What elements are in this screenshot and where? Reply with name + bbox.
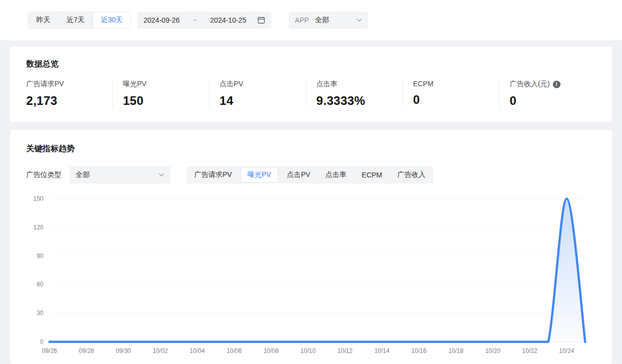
svg-text:10/02: 10/02 xyxy=(153,347,168,354)
app-filter-label: APP xyxy=(295,16,309,24)
app-filter-value: 全部 xyxy=(315,16,329,25)
metric-tabs: 广告请求PV 曝光PV 点击PV 点击率 ECPM 广告收入 xyxy=(187,166,433,184)
metrics-row: 广告请求PV 2,173 曝光PV 150 点击PV 14 点击率 9.3333… xyxy=(26,80,596,108)
svg-text:120: 120 xyxy=(33,224,43,231)
metric-value: 0 xyxy=(510,94,596,108)
metric-ad-revenue: 广告收入(元) 0 xyxy=(499,80,596,108)
start-date-value: 2024-09-26 xyxy=(143,16,180,24)
metric-label: ECPM xyxy=(413,80,499,88)
svg-text:10/12: 10/12 xyxy=(337,347,353,354)
calendar-icon xyxy=(257,16,265,24)
svg-text:10/10: 10/10 xyxy=(301,347,316,354)
date-range-separator: ~ xyxy=(193,16,197,24)
svg-text:150: 150 xyxy=(33,195,43,202)
metric-ctr: 点击率 9.3333% xyxy=(306,80,403,108)
metric-label: 点击率 xyxy=(316,80,403,89)
metric-label: 广告收入(元) xyxy=(510,80,596,89)
svg-text:90: 90 xyxy=(37,253,44,260)
tab-ecpm[interactable]: ECPM xyxy=(354,166,389,184)
svg-text:0: 0 xyxy=(40,338,43,345)
trend-chart-svg: 030609012015009/2609/2809/3010/0210/0410… xyxy=(26,193,591,359)
filter-toolbar: 昨天 近7天 近30天 2024-09-26 ~ 2024-10-25 APP … xyxy=(0,0,622,40)
metric-ad-request-pv: 广告请求PV 2,173 xyxy=(26,80,112,108)
svg-text:10/04: 10/04 xyxy=(190,347,205,354)
range-last7days-button[interactable]: 近7天 xyxy=(59,12,93,28)
tab-click-pv[interactable]: 点击PV xyxy=(279,166,318,184)
svg-text:10/06: 10/06 xyxy=(227,347,242,354)
tab-ctr[interactable]: 点击率 xyxy=(318,166,354,184)
trend-card: 关键指标趋势 广告位类型 全部 广告请求PV 曝光PV 点击PV 点击率 ECP… xyxy=(10,130,612,364)
chevron-down-icon xyxy=(356,18,362,22)
svg-text:60: 60 xyxy=(37,281,44,288)
svg-text:10/18: 10/18 xyxy=(448,347,464,354)
svg-text:10/24: 10/24 xyxy=(559,347,574,354)
app-filter-select[interactable]: APP 全部 xyxy=(289,12,368,29)
svg-text:30: 30 xyxy=(37,310,44,317)
svg-text:10/16: 10/16 xyxy=(411,347,426,354)
metric-click-pv: 点击PV 14 xyxy=(209,80,306,108)
info-icon[interactable] xyxy=(553,81,560,88)
metric-impression-pv: 曝光PV 150 xyxy=(112,80,209,108)
slot-type-select[interactable]: 全部 xyxy=(70,166,171,184)
range-last30days-button[interactable]: 近30天 xyxy=(92,12,132,29)
overview-card: 数据总览 广告请求PV 2,173 曝光PV 150 点击PV 14 点击率 9… xyxy=(10,46,612,122)
trend-chart: 030609012015009/2609/2809/3010/0210/0410… xyxy=(26,193,596,361)
metric-value: 150 xyxy=(123,94,209,108)
metric-label: 曝光PV xyxy=(123,80,209,89)
svg-text:10/22: 10/22 xyxy=(522,347,537,354)
overview-title: 数据总览 xyxy=(26,58,596,70)
tab-impression-pv[interactable]: 曝光PV xyxy=(241,167,278,183)
date-range-picker[interactable]: 2024-09-26 ~ 2024-10-25 xyxy=(137,12,271,29)
svg-text:09/26: 09/26 xyxy=(42,347,57,354)
slot-type-label: 广告位类型 xyxy=(26,170,62,179)
metric-ecpm: ECPM 0 xyxy=(403,80,499,108)
svg-text:09/30: 09/30 xyxy=(116,347,131,354)
trend-filter-row: 广告位类型 全部 广告请求PV 曝光PV 点击PV 点击率 ECPM 广告收入 xyxy=(26,166,596,184)
slot-type-value: 全部 xyxy=(76,170,90,179)
metric-label: 广告请求PV xyxy=(26,80,112,89)
range-yesterday-button[interactable]: 昨天 xyxy=(28,12,59,28)
metric-value: 2,173 xyxy=(26,94,112,108)
svg-text:10/08: 10/08 xyxy=(263,347,278,354)
metric-value: 0 xyxy=(413,93,499,107)
trend-title: 关键指标趋势 xyxy=(26,143,596,154)
end-date-value: 2024-10-25 xyxy=(210,16,247,24)
tab-ad-request-pv[interactable]: 广告请求PV xyxy=(187,166,240,184)
metric-label: 点击PV xyxy=(219,80,306,89)
date-quick-range-group: 昨天 近7天 近30天 xyxy=(28,12,131,29)
chevron-down-icon xyxy=(158,173,164,177)
svg-text:10/14: 10/14 xyxy=(374,347,389,354)
metric-value: 9.3333% xyxy=(316,94,403,108)
tab-ad-revenue[interactable]: 广告收入 xyxy=(390,166,433,184)
metric-value: 14 xyxy=(219,94,306,108)
metric-label-text: 广告收入(元) xyxy=(510,80,549,89)
svg-text:09/28: 09/28 xyxy=(79,347,94,354)
svg-text:10/20: 10/20 xyxy=(485,347,500,354)
